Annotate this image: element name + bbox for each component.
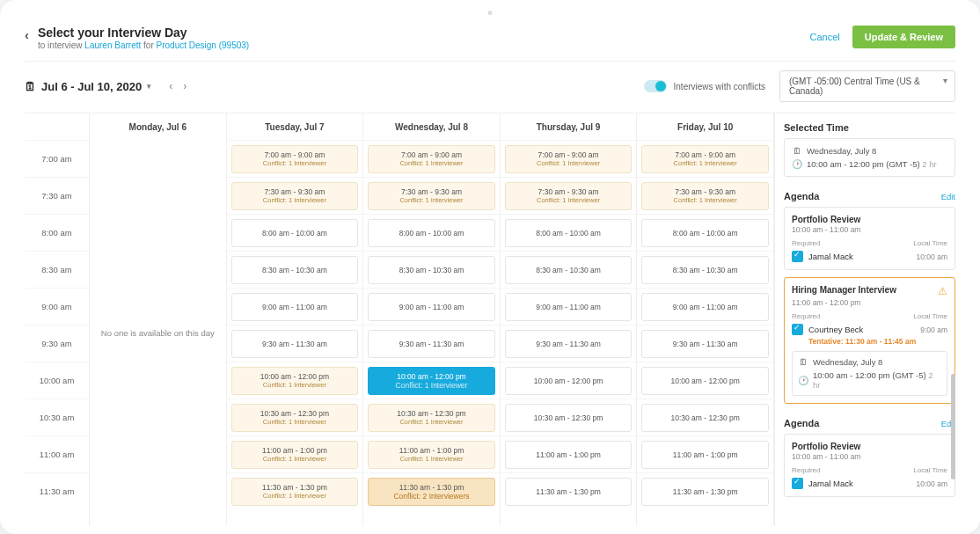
page-subtitle: to interview Lauren Barrett for Product … <box>38 40 249 50</box>
clock-icon: 🕑 <box>798 376 808 385</box>
agenda-item-conflict: Hiring Manager Interview ⚠ 11:00 am - 12… <box>784 277 955 404</box>
time-slot[interactable]: 11:00 am - 1:00 pmConflict: 1 Interviewe… <box>368 441 495 469</box>
date-range-text: Jul 6 - Jul 10, 2020 <box>41 80 142 93</box>
day-column-friday: Friday, Jul 10 7:00 am - 9:00 amConflict… <box>637 113 774 526</box>
time-slot[interactable]: 8:30 am - 10:30 am <box>231 256 359 284</box>
chevron-down-icon: ▾ <box>147 82 151 91</box>
person-checkbox[interactable] <box>792 251 803 262</box>
toolbar: 🗓 Jul 6 - Jul 10, 2020 ▾ ‹ › Interviews … <box>25 61 955 113</box>
time-label: 11:00 am <box>25 435 89 472</box>
local-time-label: Local Time <box>913 466 947 474</box>
time-slot[interactable]: 9:00 am - 11:00 am <box>231 293 359 321</box>
agenda-item-time: 10:00 am - 11:00 am <box>792 225 947 234</box>
day-column-tuesday: Tuesday, Jul 7 7:00 am - 9:00 amConflict… <box>227 113 364 526</box>
time-label: 8:00 am <box>25 214 89 251</box>
time-slot[interactable]: 11:30 am - 1:30 pm <box>641 478 769 506</box>
side-panel: Selected Time 🗓Wednesday, July 8 🕑10:00 … <box>774 113 955 526</box>
time-slot[interactable]: 7:30 am - 9:30 amConflict: 1 Interviewer <box>231 182 359 210</box>
agenda-title: Agenda <box>784 418 819 428</box>
time-slot[interactable]: 11:30 am - 1:30 pmConflict: 1 Interviewe… <box>231 478 359 506</box>
time-slot[interactable]: 10:30 am - 12:30 pmConflict: 1 Interview… <box>368 404 495 432</box>
cancel-button[interactable]: Cancel <box>810 32 840 42</box>
day-header: Tuesday, Jul 7 <box>227 113 363 140</box>
time-slot[interactable]: 7:00 am - 9:00 amConflict: 1 Interviewer <box>231 145 359 173</box>
day-header: Thursday, Jul 9 <box>501 113 637 140</box>
inner-time: 10:00 am - 12:00 pm (GMT -5) 2 hr <box>813 370 941 390</box>
time-slot-selected[interactable]: 10:00 am - 12:00 pmConflict: 1 Interview… <box>368 367 495 395</box>
time-slot[interactable]: 9:30 am - 11:30 am <box>641 330 769 358</box>
prev-week-button[interactable]: ‹ <box>169 80 172 92</box>
time-slot[interactable]: 10:30 am - 12:30 pmConflict: 1 Interview… <box>231 404 359 432</box>
next-week-button[interactable]: › <box>183 80 186 92</box>
required-label: Required <box>792 466 820 474</box>
tentative-note: Tentative: 11:30 am - 11:45 am <box>808 337 947 346</box>
time-label: 9:00 am <box>25 288 89 325</box>
calendar-icon: 🗓 <box>798 357 808 367</box>
time-slot[interactable]: 9:30 am - 11:30 am <box>505 330 633 358</box>
person-name: Jamal Mack <box>808 479 853 488</box>
time-slot[interactable]: 9:00 am - 11:00 am <box>368 293 495 321</box>
time-column: 7:00 am 7:30 am 8:00 am 8:30 am 9:00 am … <box>25 113 90 526</box>
time-slot[interactable]: 11:30 am - 1:30 pmConflict: 2 Interviewe… <box>368 478 495 506</box>
time-slot[interactable]: 8:00 am - 10:00 am <box>505 219 633 247</box>
day-header: Monday, Jul 6 <box>90 113 226 140</box>
agenda-item-time: 11:00 am - 12:00 pm <box>792 298 947 307</box>
time-slot[interactable]: 10:30 am - 12:30 pm <box>641 404 769 432</box>
person-time: 9:00 am <box>920 326 947 334</box>
candidate-link[interactable]: Lauren Barrett <box>84 40 141 50</box>
person-time: 10:00 am <box>917 479 947 488</box>
time-slot[interactable]: 10:00 am - 12:00 pm <box>505 367 633 395</box>
warning-icon: ⚠ <box>938 285 947 297</box>
toggle-label: Interviews with conflicts <box>674 82 765 91</box>
time-label: 10:00 am <box>25 362 89 399</box>
time-slot[interactable]: 7:00 am - 9:00 amConflict: 1 Interviewer <box>641 145 769 173</box>
time-label: 9:30 am <box>25 325 89 362</box>
selected-time-title: Selected Time <box>784 113 955 138</box>
local-time-label: Local Time <box>913 239 947 247</box>
time-slot[interactable]: 10:00 am - 12:00 pm <box>641 367 769 395</box>
time-slot[interactable]: 7:00 am - 9:00 amConflict: 1 Interviewer <box>368 145 495 173</box>
time-slot[interactable]: 10:30 am - 12:30 pm <box>505 404 633 432</box>
time-slot[interactable]: 8:30 am - 10:30 am <box>641 256 769 284</box>
time-slot[interactable]: 7:00 am - 9:00 amConflict: 1 Interviewer <box>505 145 633 173</box>
time-slot[interactable]: 11:00 am - 1:00 pmConflict: 1 Interviewe… <box>231 441 359 469</box>
person-checkbox[interactable] <box>792 324 803 335</box>
calendar-icon: 🗓 <box>792 146 801 156</box>
job-link[interactable]: Product Design (99503) <box>157 40 250 50</box>
edit-agenda-link[interactable]: Edit <box>941 192 955 201</box>
time-slot[interactable]: 9:00 am - 11:00 am <box>505 293 633 321</box>
time-slot[interactable]: 11:30 am - 1:30 pm <box>505 478 633 506</box>
conflicts-toggle[interactable] <box>644 80 667 92</box>
person-checkbox[interactable] <box>792 478 803 489</box>
time-slot[interactable]: 8:30 am - 10:30 am <box>505 256 633 284</box>
update-review-button[interactable]: Update & Review <box>852 26 955 48</box>
time-slot[interactable]: 8:00 am - 10:00 am <box>368 219 495 247</box>
time-slot[interactable]: 9:00 am - 11:00 am <box>641 293 769 321</box>
time-slot[interactable]: 8:00 am - 10:00 am <box>641 219 769 247</box>
day-column-wednesday: Wednesday, Jul 8 7:00 am - 9:00 amConfli… <box>363 113 501 526</box>
inner-selected-box: 🗓Wednesday, July 8 🕑10:00 am - 12:00 pm … <box>792 351 947 396</box>
time-slot[interactable]: 7:30 am - 9:30 amConflict: 1 Interviewer <box>641 182 769 210</box>
time-slot[interactable]: 9:30 am - 11:30 am <box>231 330 359 358</box>
date-range-picker[interactable]: 🗓 Jul 6 - Jul 10, 2020 ▾ <box>25 80 151 93</box>
scrollbar[interactable] <box>951 374 955 479</box>
time-slot[interactable]: 7:30 am - 9:30 amConflict: 1 Interviewer <box>505 182 633 210</box>
agenda-item: Portfolio Review 10:00 am - 11:00 am Req… <box>784 207 955 270</box>
person-name: Jamal Mack <box>808 252 853 261</box>
required-label: Required <box>792 239 820 247</box>
time-slot[interactable]: 11:00 am - 1:00 pm <box>641 441 769 469</box>
subtitle-prefix: to interview <box>38 40 84 50</box>
calendar-icon: 🗓 <box>25 80 36 93</box>
timezone-select[interactable]: (GMT -05:00) Central Time (US & Canada) <box>779 70 955 102</box>
selected-time-box: 🗓Wednesday, July 8 🕑10:00 am - 12:00 pm … <box>784 138 955 177</box>
back-chevron-icon[interactable]: ‹ <box>25 27 29 42</box>
time-slot[interactable]: 7:30 am - 9:30 amConflict: 1 Interviewer <box>368 182 495 210</box>
time-slot[interactable]: 8:30 am - 10:30 am <box>368 256 495 284</box>
time-slot[interactable]: 10:00 am - 12:00 pmConflict: 1 Interview… <box>231 367 359 395</box>
time-slot[interactable]: 11:00 am - 1:00 pm <box>505 441 633 469</box>
time-slot[interactable]: 9:30 am - 11:30 am <box>368 330 495 358</box>
person-time: 10:00 am <box>917 252 947 261</box>
time-slot[interactable]: 8:00 am - 10:00 am <box>231 219 359 247</box>
inner-date: Wednesday, July 8 <box>813 357 882 367</box>
person-name: Courtney Beck <box>808 325 863 334</box>
